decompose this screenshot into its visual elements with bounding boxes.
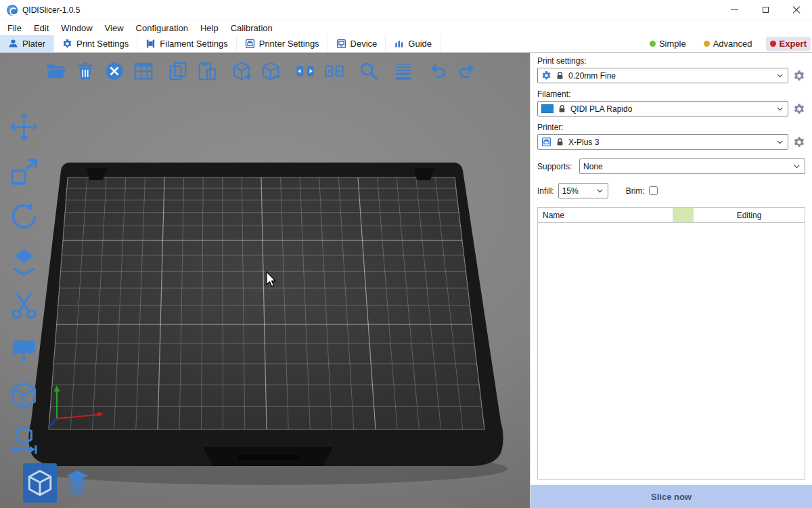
- cut-gizmo-button[interactable]: [8, 290, 40, 322]
- supports-label: Supports:: [537, 162, 579, 171]
- menu-file[interactable]: File: [1, 22, 28, 35]
- tab-label: Printer Settings: [259, 39, 319, 49]
- window-controls: [719, 0, 812, 20]
- infill-label: Infill:: [537, 186, 554, 196]
- tab-device[interactable]: Device: [328, 35, 386, 52]
- tab-plater[interactable]: Plater: [0, 35, 54, 52]
- mode-simple[interactable]: Simple: [646, 37, 690, 51]
- tab-filament-settings[interactable]: Filament Settings: [137, 35, 236, 52]
- print-settings-gear-button[interactable]: [793, 70, 805, 82]
- menu-edit[interactable]: Edit: [28, 22, 55, 35]
- infill-combo[interactable]: 15%: [558, 183, 608, 198]
- minimize-button[interactable]: [719, 0, 750, 20]
- delete-all-button[interactable]: [103, 60, 126, 83]
- seam-cube-icon: [9, 381, 39, 410]
- object-list-body[interactable]: [538, 223, 805, 479]
- split-to-parts-button[interactable]: [323, 60, 346, 83]
- measure-gizmo-button[interactable]: [8, 424, 40, 456]
- redo-button[interactable]: [455, 60, 478, 83]
- place-on-face-gizmo-button[interactable]: [8, 245, 40, 277]
- layer-lines-icon: [393, 61, 413, 81]
- 3d-viewport[interactable]: [0, 53, 530, 508]
- undo-arrow-icon: [428, 61, 448, 81]
- menu-calibration[interactable]: Calibration: [225, 22, 279, 35]
- scissors-icon: [9, 291, 39, 320]
- measure-icon: [9, 425, 39, 454]
- copy-button[interactable]: [166, 60, 189, 83]
- copy-icon: [168, 61, 188, 81]
- filament-spool-icon: [145, 39, 156, 49]
- supports-value: None: [583, 162, 603, 171]
- undo-button[interactable]: [426, 60, 449, 83]
- trash-icon: [75, 61, 95, 81]
- expert-mode-dot-icon: [770, 41, 776, 47]
- printer-icon: [245, 39, 255, 49]
- window-title: QIDISlicer-1.0.5: [22, 5, 80, 15]
- menu-window[interactable]: Window: [55, 22, 98, 35]
- printer-bed: [0, 53, 530, 508]
- move-icon: [9, 112, 39, 142]
- close-button[interactable]: [781, 0, 812, 20]
- 3d-cube-icon: [26, 469, 54, 497]
- scale-gizmo-button[interactable]: [8, 156, 40, 188]
- mode-selector: Simple Advanced Expert: [646, 35, 812, 52]
- tab-label: Plater: [22, 39, 45, 49]
- search-button[interactable]: [357, 60, 380, 83]
- open-file-button[interactable]: [45, 60, 68, 83]
- maximize-button[interactable]: [750, 0, 781, 20]
- print-settings-combo[interactable]: 0.20mm Fine: [537, 68, 788, 83]
- paste-button[interactable]: [196, 60, 219, 83]
- tab-printer-settings[interactable]: Printer Settings: [237, 35, 328, 52]
- menu-bar: File Edit Window View Configuration Help…: [0, 20, 812, 35]
- layers-view-button[interactable]: [60, 463, 94, 503]
- column-name: Name: [538, 208, 673, 222]
- plater-toolbar: [45, 60, 484, 83]
- add-instance-button[interactable]: [230, 60, 253, 83]
- rotate-gizmo-button[interactable]: [8, 200, 40, 232]
- tab-bar: Plater Print Settings Filament Settings …: [0, 35, 812, 53]
- variable-layer-height-button[interactable]: [392, 60, 415, 83]
- menu-help[interactable]: Help: [194, 22, 225, 35]
- mode-label: Expert: [780, 39, 807, 49]
- filament-gear-button[interactable]: [793, 103, 805, 115]
- close-icon: [792, 6, 800, 14]
- print-settings-label: Print settings:: [537, 56, 805, 66]
- delete-button[interactable]: [74, 60, 97, 83]
- menu-configuration[interactable]: Configuration: [130, 22, 194, 35]
- printer-combo[interactable]: X-Plus 3: [537, 134, 788, 150]
- seam-gizmo-button[interactable]: [8, 379, 40, 411]
- chevron-down-icon: [595, 186, 604, 195]
- printer-value: X-Plus 3: [568, 137, 599, 147]
- slice-now-button[interactable]: Slice now: [531, 485, 812, 508]
- filament-value: QIDI PLA Rapido: [570, 104, 632, 114]
- filament-combo[interactable]: QIDI PLA Rapido: [537, 101, 788, 117]
- paint-support-gizmo-button[interactable]: [8, 335, 40, 366]
- print-settings-value: 0.20mm Fine: [568, 71, 616, 81]
- printer-icon: [541, 137, 551, 147]
- mode-expert[interactable]: Expert: [766, 37, 811, 51]
- split-parts-icon: [324, 61, 344, 81]
- gear-icon: [62, 39, 72, 49]
- tab-guide[interactable]: Guide: [386, 35, 441, 52]
- plater-icon: [8, 39, 18, 49]
- mode-advanced[interactable]: Advanced: [700, 37, 757, 51]
- arrange-button[interactable]: [132, 60, 155, 83]
- tab-print-settings[interactable]: Print Settings: [54, 35, 137, 52]
- menu-view[interactable]: View: [99, 22, 130, 35]
- tab-label: Filament Settings: [160, 39, 227, 49]
- object-list: Name Editing: [537, 207, 805, 480]
- gear-icon: [541, 70, 551, 81]
- filament-label: Filament:: [537, 89, 805, 99]
- 3d-view-button[interactable]: [23, 463, 57, 503]
- move-gizmo-button[interactable]: [8, 111, 40, 143]
- scale-icon: [9, 157, 39, 186]
- column-editing: Editing: [694, 208, 805, 222]
- supports-combo[interactable]: None: [579, 158, 805, 174]
- remove-instance-button[interactable]: [259, 60, 282, 83]
- chevron-down-icon: [775, 137, 784, 146]
- mode-label: Simple: [659, 39, 686, 49]
- printer-gear-button[interactable]: [793, 136, 805, 148]
- brim-checkbox[interactable]: [649, 186, 658, 195]
- split-to-objects-button[interactable]: [294, 60, 317, 83]
- column-extruder: [673, 208, 694, 222]
